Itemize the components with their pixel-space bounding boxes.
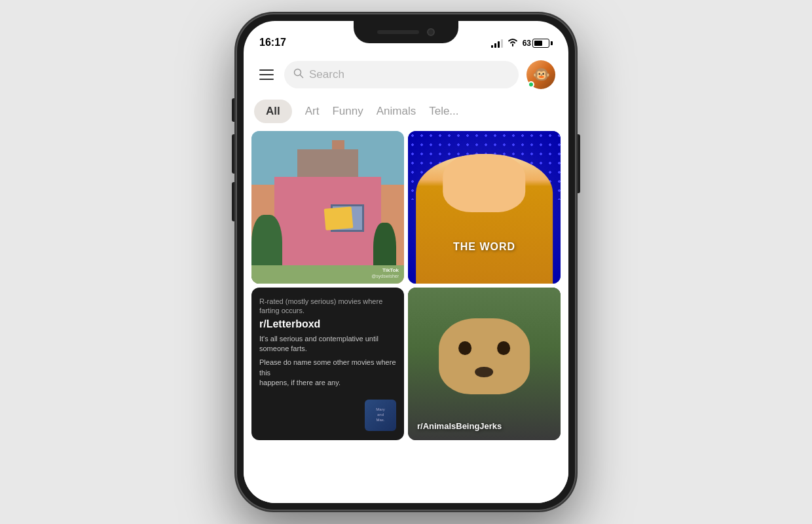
tiktok-logo: TikTok bbox=[382, 267, 399, 273]
power-button bbox=[577, 134, 580, 193]
tab-animals[interactable]: Animals bbox=[377, 105, 416, 118]
card-3-subreddit: r/Letterboxd bbox=[259, 318, 396, 330]
card-3-title-line2: farting occurs. bbox=[259, 306, 396, 315]
card-3-body-line1: It's all serious and contemplative until… bbox=[259, 334, 396, 354]
online-status-dot bbox=[528, 81, 534, 88]
card-tiktok-house[interactable]: TikTok @sydswisher bbox=[251, 131, 404, 284]
signal-bar-4 bbox=[501, 39, 503, 48]
signal-bar-3 bbox=[498, 41, 500, 48]
card-3-bottom: Mary and Max. bbox=[259, 400, 396, 431]
face-area bbox=[443, 154, 526, 212]
movie-poster: Mary and Max. bbox=[365, 400, 396, 431]
signal-bar-2 bbox=[494, 43, 496, 48]
card-3-question: Please do name some other movies where t… bbox=[259, 358, 396, 378]
user-avatar-wrapper[interactable]: 🐵 bbox=[526, 60, 555, 89]
tab-all[interactable]: All bbox=[254, 100, 292, 123]
card-3-title-line1: R-rated (mostly serious) movies where bbox=[259, 297, 396, 306]
battery-body bbox=[532, 39, 549, 48]
notch bbox=[354, 21, 458, 43]
status-icons: 63 bbox=[491, 37, 553, 48]
card-4-subreddit: r/AnimalsBeingJerks bbox=[417, 421, 502, 431]
menu-button[interactable] bbox=[257, 67, 276, 83]
header: Search 🐵 bbox=[244, 52, 568, 97]
menu-line-2 bbox=[259, 74, 274, 75]
search-placeholder: Search bbox=[309, 68, 344, 81]
content-grid: TikTok @sydswisher THE WORD bbox=[244, 131, 568, 440]
house-painting-content bbox=[251, 131, 404, 284]
dog-eye-right bbox=[497, 341, 510, 355]
person-silhouette bbox=[416, 154, 553, 284]
tiktok-user: @sydswisher bbox=[371, 274, 399, 278]
search-icon bbox=[293, 68, 304, 81]
dog-nose bbox=[475, 367, 494, 377]
volume-up-button bbox=[232, 134, 235, 174]
card-3-body: It's all serious and contemplative until… bbox=[259, 334, 396, 394]
tab-art[interactable]: Art bbox=[305, 105, 320, 118]
battery-fill bbox=[534, 41, 542, 46]
yellow-element bbox=[323, 206, 353, 230]
card-letterboxd[interactable]: R-rated (mostly serious) movies where fa… bbox=[251, 288, 404, 440]
category-tabs: All Art Funny Animals Tele... bbox=[244, 97, 568, 131]
search-bar[interactable]: Search bbox=[284, 61, 519, 88]
dog-eye-left bbox=[458, 341, 471, 355]
card-3-question2: happens, if there are any. bbox=[259, 378, 396, 388]
tiktok-watermark: TikTok @sydswisher bbox=[371, 267, 399, 278]
house-painting bbox=[251, 131, 404, 284]
phone-mockup: 16:17 63 bbox=[236, 13, 576, 511]
signal-icon bbox=[491, 39, 503, 48]
movie-poster-label: Mary and Max. bbox=[376, 407, 384, 422]
svg-line-1 bbox=[301, 75, 303, 78]
wifi-icon bbox=[507, 37, 519, 48]
mute-button bbox=[232, 98, 235, 122]
screen-content: Search 🐵 All Art Funny Animals Tele... bbox=[244, 52, 568, 503]
dog-face bbox=[439, 318, 530, 395]
battery-tip bbox=[551, 41, 553, 45]
battery-icon: 63 bbox=[523, 39, 553, 48]
card-the-word[interactable]: THE WORD bbox=[408, 131, 561, 284]
menu-line-3 bbox=[259, 79, 274, 80]
volume-down-button bbox=[232, 182, 235, 221]
tab-tele[interactable]: Tele... bbox=[429, 105, 458, 118]
tab-funny[interactable]: Funny bbox=[332, 105, 363, 118]
animal-background bbox=[408, 288, 561, 440]
phone-screen: 16:17 63 bbox=[244, 21, 568, 503]
card-2-background: THE WORD bbox=[408, 131, 561, 284]
avatar-emoji: 🐵 bbox=[532, 66, 550, 83]
signal-bar-1 bbox=[491, 45, 493, 48]
card-animals-being-jerks[interactable]: r/AnimalsBeingJerks bbox=[408, 288, 561, 440]
front-camera bbox=[427, 28, 435, 36]
speaker bbox=[377, 30, 419, 34]
menu-line-1 bbox=[259, 69, 274, 71]
card-overlay-text: THE WORD bbox=[408, 241, 561, 253]
card-3-header: R-rated (mostly serious) movies where fa… bbox=[259, 297, 396, 316]
battery-percent: 63 bbox=[523, 39, 531, 48]
